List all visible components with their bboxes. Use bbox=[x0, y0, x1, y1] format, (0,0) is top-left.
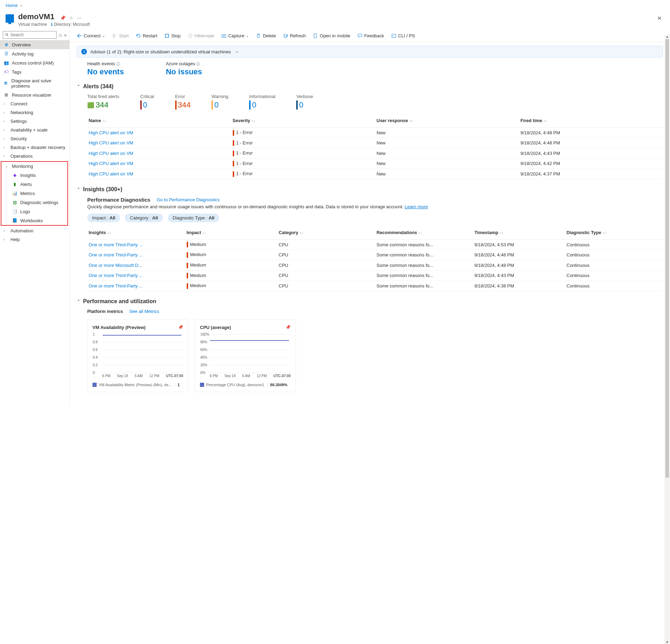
table-row[interactable]: One or more Third-Party ...MediumCPUSome… bbox=[87, 281, 663, 291]
stop-button[interactable]: Stop bbox=[162, 32, 184, 40]
collapse-insights-icon[interactable]: ⌃ bbox=[77, 187, 80, 192]
col-impact[interactable]: Impact↑↓ bbox=[185, 228, 277, 237]
x-tick: 6 AM bbox=[135, 374, 143, 378]
alert-name-link[interactable]: High CPU alert on VM bbox=[89, 140, 133, 145]
sidebar-item-help[interactable]: ›Help bbox=[0, 235, 69, 244]
learn-more-link[interactable]: Learn more bbox=[405, 204, 428, 209]
col-category[interactable]: Category↑↓ bbox=[277, 228, 375, 237]
sidebar-item-automation[interactable]: ›Automation bbox=[0, 226, 69, 235]
col-response[interactable]: User response↑↓ bbox=[375, 116, 519, 125]
table-row[interactable]: One or more Third-Party ...MediumCPUSome… bbox=[87, 250, 663, 260]
sidebar-item-insights[interactable]: ◆Insights bbox=[1, 171, 67, 180]
alert-name-link[interactable]: High CPU alert on VM bbox=[89, 171, 133, 177]
vm-icon bbox=[6, 14, 14, 23]
svg-rect-7 bbox=[392, 34, 396, 37]
collapse-alerts-icon[interactable]: ⌃ bbox=[77, 84, 80, 89]
go-to-perf-diag-link[interactable]: Go to Performance Diagnostics bbox=[157, 197, 220, 202]
chip-diag-type[interactable]: Diagnostic Type : All bbox=[168, 214, 219, 222]
sidebar-item-settings[interactable]: ›Settings bbox=[0, 117, 69, 126]
table-row[interactable]: One or more Third-Party ...MediumCPUSome… bbox=[87, 271, 663, 281]
capture-button[interactable]: Capture⌄ bbox=[218, 32, 252, 40]
start-button[interactable]: Start bbox=[109, 32, 131, 40]
pin-icon[interactable]: 📌 bbox=[285, 325, 291, 330]
grid-line bbox=[103, 342, 183, 342]
alert-name-link[interactable]: High CPU alert on VM bbox=[89, 151, 133, 156]
see-all-metrics-link[interactable]: See all Metrics bbox=[129, 309, 159, 314]
collapse-sidebar-icon[interactable]: « bbox=[64, 32, 67, 38]
restart-button[interactable]: Restart bbox=[133, 32, 160, 40]
insight-link[interactable]: One or more Third-Party ... bbox=[89, 273, 143, 278]
chart-title: VM Availability (Preview) bbox=[92, 325, 146, 330]
azure-outages-value[interactable]: No issues bbox=[166, 67, 202, 76]
info-icon[interactable]: ⓘ bbox=[196, 62, 200, 66]
table-row[interactable]: High CPU alert on VM1 - ErrorNew9/18/202… bbox=[87, 128, 663, 138]
chip-category[interactable]: Category : All bbox=[125, 214, 163, 222]
sidebar-item-monitoring[interactable]: ⌄Monitoring bbox=[1, 162, 67, 171]
sidebar-search[interactable] bbox=[3, 31, 57, 39]
sidebar-item-tags[interactable]: 🏷Tags bbox=[0, 67, 69, 76]
col-fired[interactable]: Fired time↑↓ bbox=[519, 116, 663, 125]
hibernate-button[interactable]: Hibernate bbox=[185, 32, 217, 40]
chip-impact[interactable]: Impact : All bbox=[87, 214, 120, 222]
alert-name-link[interactable]: High CPU alert on VM bbox=[89, 130, 133, 135]
sort-icon: ↑↓ bbox=[107, 231, 111, 235]
col-recommendations[interactable]: Recommendations↑↓ bbox=[375, 228, 473, 237]
sidebar-item-networking[interactable]: ›Networking bbox=[0, 108, 69, 117]
scroll-thumb[interactable] bbox=[665, 39, 669, 406]
open-mobile-button[interactable]: Open in mobile bbox=[310, 32, 353, 40]
insight-link[interactable]: One or more Third-Party ... bbox=[89, 283, 143, 289]
table-row[interactable]: High CPU alert on VM1 - ErrorNew9/18/202… bbox=[87, 159, 663, 169]
search-input[interactable] bbox=[10, 32, 54, 37]
sidebar-item-logs[interactable]: 📑Logs bbox=[1, 207, 67, 216]
table-row[interactable]: One or more Third-Party ...MediumCPUSome… bbox=[87, 240, 663, 250]
sidebar-item-visualizer[interactable]: ⊞Resource visualizer bbox=[0, 90, 69, 99]
table-row[interactable]: High CPU alert on VM1 - ErrorNew9/18/202… bbox=[87, 138, 663, 149]
cli-button[interactable]: CLI / PS bbox=[388, 32, 418, 40]
col-timestamp[interactable]: Timestamp↑↓ bbox=[473, 228, 565, 237]
refresh-button[interactable]: Refresh bbox=[280, 32, 309, 40]
sidebar-item-workbooks[interactable]: 📘Workbooks bbox=[1, 216, 67, 225]
info-icon[interactable]: ⓘ bbox=[116, 62, 120, 66]
sidebar-item-metrics[interactable]: 📊Metrics bbox=[1, 189, 67, 198]
col-diag-type[interactable]: Diagnostic Type↑↓ bbox=[565, 228, 663, 237]
col-severity[interactable]: Severity↑↓ bbox=[231, 116, 375, 125]
table-row[interactable]: High CPU alert on VM1 - ErrorNew9/18/202… bbox=[87, 148, 663, 159]
sidebar-item-access[interactable]: 👥Access control (IAM) bbox=[0, 58, 69, 67]
feedback-button[interactable]: Feedback bbox=[355, 32, 387, 40]
collapse-perf-icon[interactable]: ⌃ bbox=[77, 299, 80, 304]
table-row[interactable]: High CPU alert on VM1 - ErrorNew9/18/202… bbox=[87, 169, 663, 179]
sidebar-item-connect[interactable]: ›Connect bbox=[0, 99, 69, 108]
advisor-banner[interactable]: i Advisor (1 of 2): Right-size or shutdo… bbox=[77, 46, 663, 58]
chart-body[interactable]: 100%80%60%40%20%0% bbox=[200, 334, 291, 373]
page-scrollbar[interactable]: ▲ ▼ bbox=[664, 35, 670, 406]
connect-button[interactable]: Connect⌄ bbox=[74, 32, 108, 40]
col-insights[interactable]: Insights↑↓ bbox=[87, 228, 185, 237]
sidebar-item-diag-settings[interactable]: ▧Diagnostic settings bbox=[1, 198, 67, 207]
more-icon[interactable]: ⋯ bbox=[77, 15, 81, 21]
star-icon[interactable]: ☆ bbox=[69, 15, 73, 21]
pin-icon[interactable]: 📌 bbox=[178, 325, 183, 330]
insight-link[interactable]: One or more Third-Party ... bbox=[89, 252, 143, 257]
perf-diag-desc: Quickly diagnose performance and resourc… bbox=[87, 204, 405, 209]
alert-name-link[interactable]: High CPU alert on VM bbox=[89, 161, 133, 166]
sidebar-item-activity[interactable]: ☰Activity log bbox=[0, 49, 69, 58]
close-button[interactable]: ✕ bbox=[654, 12, 664, 24]
sidebar-item-security[interactable]: ›Security bbox=[0, 134, 69, 143]
chart-body[interactable]: 10.80.60.40.20 bbox=[92, 334, 183, 373]
y-tick: 20% bbox=[200, 363, 207, 367]
sidebar-item-alerts[interactable]: ▮Alerts bbox=[1, 180, 67, 189]
sidebar-item-diagnose[interactable]: 🛠Diagnose and solve problems bbox=[0, 76, 69, 90]
breadcrumb-home[interactable]: Home bbox=[6, 3, 18, 8]
col-name[interactable]: Name↑↓ bbox=[87, 116, 231, 125]
sidebar-item-backup[interactable]: ›Backup + disaster recovery bbox=[0, 143, 69, 152]
sidebar-item-overview[interactable]: 🖥Overview bbox=[0, 40, 69, 49]
delete-button[interactable]: Delete bbox=[253, 32, 279, 40]
insight-link[interactable]: One or more Third-Party ... bbox=[89, 242, 143, 247]
sidebar-item-operations[interactable]: ›Operations bbox=[0, 152, 69, 160]
more-options-icon[interactable]: ◇ bbox=[59, 32, 62, 38]
insight-link[interactable]: One or more Microsoft D... bbox=[89, 263, 142, 268]
pin-icon[interactable]: 📌 bbox=[60, 15, 66, 21]
sidebar-item-availability[interactable]: ›Availability + scale bbox=[0, 126, 69, 134]
health-events-value[interactable]: No events bbox=[87, 67, 124, 76]
table-row[interactable]: One or more Microsoft D...MediumCPUSome … bbox=[87, 260, 663, 271]
